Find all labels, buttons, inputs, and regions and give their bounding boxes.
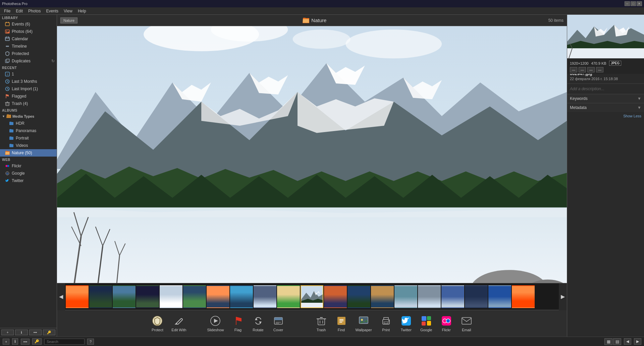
thumbnail-14[interactable]: [371, 285, 394, 308]
sidebar-item-nature[interactable]: Nature (50): [0, 149, 57, 157]
thumb-scroll-left[interactable]: ◀: [57, 283, 65, 310]
thumbnail-12[interactable]: [324, 285, 347, 308]
more-button[interactable]: •••: [21, 339, 30, 345]
thumbnail-18[interactable]: [465, 285, 488, 308]
thumbnail-10[interactable]: [277, 285, 300, 308]
sidebar-item-portrait[interactable]: Portrait: [0, 134, 57, 142]
thumbnail-5[interactable]: [160, 285, 182, 308]
protect-button[interactable]: Protect: [149, 313, 166, 333]
nav-right-button[interactable]: ▶: [634, 338, 641, 345]
thumbnail-15[interactable]: [394, 285, 417, 308]
sidebar-item-photos-label: Photos (64): [12, 29, 33, 34]
menu-edit[interactable]: Edit: [13, 8, 25, 14]
sidebar-item-photos[interactable]: Photos (64): [0, 28, 57, 35]
flickr-tool-button[interactable]: Flickr: [438, 313, 455, 333]
search-input[interactable]: [44, 339, 85, 345]
sidebar-add-button[interactable]: +: [1, 330, 14, 335]
edit-with-button[interactable]: Edit With: [169, 313, 189, 333]
description-area[interactable]: Add a description...: [567, 84, 644, 94]
metadata-header[interactable]: Metadata ▼: [567, 103, 644, 112]
menu-view[interactable]: View: [61, 8, 75, 14]
svg-marker-75: [255, 318, 258, 320]
key-button[interactable]: 🔑: [32, 338, 42, 345]
menubar: File Edit Photos Events View Help: [0, 7, 644, 15]
close-button[interactable]: ✕: [637, 1, 642, 6]
menu-events[interactable]: Events: [43, 8, 61, 14]
email-button[interactable]: Email: [458, 313, 475, 333]
sidebar-item-google[interactable]: G Google: [0, 170, 57, 177]
sidebar-more-button[interactable]: •••: [29, 330, 42, 335]
restore-button[interactable]: □: [631, 1, 636, 6]
grid-view-button[interactable]: ▦: [604, 338, 612, 345]
sidebar-item-twitter[interactable]: Twitter: [0, 177, 57, 184]
sidebar-item-calendar[interactable]: Calendar: [0, 35, 57, 43]
sidebar-key-button[interactable]: 🔑: [43, 330, 55, 335]
thumbnail-20[interactable]: [512, 285, 535, 308]
thumbnail-4[interactable]: [136, 285, 159, 308]
album-title-container: Nature: [81, 17, 548, 23]
sidebar-item-timeline[interactable]: Timeline: [0, 43, 57, 50]
duplicates-icon: [5, 58, 10, 64]
back-button[interactable]: Nature: [60, 17, 77, 23]
thumbnail-13[interactable]: [347, 285, 370, 308]
trash-tool-button[interactable]: Trash: [313, 313, 330, 333]
thumbnail-8[interactable]: [230, 285, 253, 308]
sidebar-item-trash[interactable]: Trash (4): [0, 100, 57, 107]
thumbnail-2[interactable]: [89, 285, 112, 308]
sidebar-item-last3months[interactable]: Last 3 Months: [0, 78, 57, 85]
thumb-scroll-right[interactable]: ▶: [559, 283, 567, 310]
photo-view[interactable]: [57, 26, 567, 283]
info-button[interactable]: ℹ: [12, 338, 18, 345]
flag-button[interactable]: Flag: [229, 313, 247, 333]
sidebar-info-button[interactable]: ℹ: [15, 330, 28, 335]
find-button[interactable]: Find: [333, 313, 350, 333]
sidebar-item-flagged[interactable]: Flagged: [0, 93, 57, 100]
thumbnail-6[interactable]: [183, 285, 206, 308]
svg-point-103: [446, 319, 450, 323]
zoom-btn-2[interactable]: —: [579, 67, 586, 72]
sidebar-item-events[interactable]: Events (6): [0, 20, 57, 28]
sidebar-item-calendar-label: Calendar: [12, 37, 28, 41]
google-tool-button[interactable]: Google: [418, 313, 435, 333]
nav-left-button[interactable]: ◀: [624, 338, 631, 345]
minimize-button[interactable]: ─: [625, 1, 630, 6]
thumbnail-19[interactable]: [488, 285, 511, 308]
sidebar-item-protected[interactable]: Protected: [0, 50, 57, 57]
twitter-tool-button[interactable]: Twitter: [397, 313, 415, 333]
sidebar-item-duplicates[interactable]: Duplicates ↻: [0, 57, 57, 65]
zoom-btn-1[interactable]: —: [570, 67, 577, 72]
thumbnail-11[interactable]: [301, 285, 323, 308]
help-button[interactable]: ?: [87, 339, 94, 345]
thumbnail-9[interactable]: [254, 285, 276, 308]
sidebar-item-panoramas[interactable]: Panoramas: [0, 127, 57, 134]
thumbnail-1[interactable]: [66, 285, 89, 308]
rotate-button[interactable]: Rotate: [250, 313, 267, 333]
show-less-button[interactable]: Show Less: [570, 114, 641, 118]
sidebar-item-hdr[interactable]: HDR: [0, 120, 57, 127]
zoom-btn-3[interactable]: —: [587, 67, 595, 72]
keywords-header[interactable]: Keywords ▼: [567, 94, 644, 103]
menu-help[interactable]: Help: [75, 8, 89, 14]
window-controls: ─ □ ✕: [625, 1, 642, 6]
albums-toggle-media-types[interactable]: ▼ Media Types: [0, 113, 57, 120]
thumbnail-3[interactable]: [113, 285, 136, 308]
menu-photos[interactable]: Photos: [25, 8, 43, 14]
slideshow-button[interactable]: Slideshow: [204, 313, 226, 333]
wallpaper-button[interactable]: Wallpaper: [353, 313, 375, 333]
zoom-btn-4[interactable]: —: [596, 67, 603, 72]
thumbnail-7[interactable]: [207, 285, 229, 308]
print-button[interactable]: Print: [377, 313, 395, 333]
list-view-button[interactable]: ▤: [613, 338, 621, 345]
thumbnail-16[interactable]: [418, 285, 441, 308]
duplicates-refresh-icon[interactable]: ↻: [51, 59, 55, 63]
sidebar-item-lastimport[interactable]: Last Import (1): [0, 85, 57, 93]
svg-rect-5: [5, 37, 9, 41]
cover-button[interactable]: Cover: [270, 313, 287, 333]
add-button[interactable]: +: [3, 339, 9, 345]
sidebar-item-1[interactable]: 1 1: [0, 70, 57, 78]
sidebar-item-videos[interactable]: Videos: [0, 142, 57, 149]
sidebar-item-flickr[interactable]: Flickr: [0, 162, 57, 170]
thumbnail-17[interactable]: [441, 285, 464, 308]
svg-line-21: [7, 89, 8, 90]
menu-file[interactable]: File: [1, 8, 13, 14]
